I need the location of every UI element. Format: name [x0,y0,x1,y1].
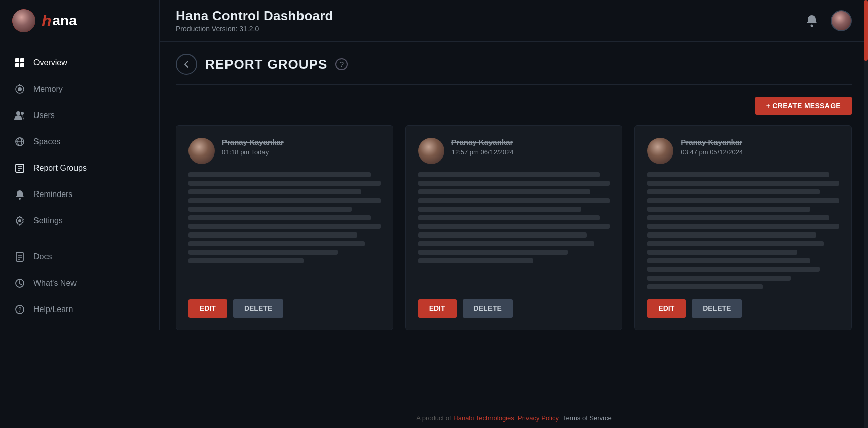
card-header-3: Pranay Kayankar 03:47 pm 05/12/2024 [647,138,839,164]
card-avatar-3 [647,138,673,164]
footer-company-link[interactable]: Hanabi Technologies [453,414,514,422]
text-line [647,207,810,212]
text-line [647,267,820,272]
text-line [418,207,581,212]
sidebar-item-label: Reminders [33,190,72,199]
logo-avatar [12,9,35,32]
sidebar-item-label: Spaces [33,137,60,146]
svg-point-7 [16,111,20,115]
svg-point-4 [18,87,22,91]
sidebar-item-memory[interactable]: Memory [0,76,159,102]
sidebar-item-spaces[interactable]: Spaces [0,129,159,154]
svg-point-8 [21,112,24,115]
delete-button-3[interactable]: DELETE [692,299,742,318]
sidebar-item-users[interactable]: Users [0,103,159,128]
card-timestamp-3: 03:47 pm 05/12/2024 [681,148,743,156]
sidebar-item-help-learn[interactable]: ? Help/Learn [0,297,159,322]
reminders-icon [14,189,25,200]
text-line [647,224,839,229]
user-avatar-button[interactable] [831,10,852,31]
sidebar-item-label: Settings [33,216,63,225]
text-line [188,181,381,186]
card-author-info-2: Pranay Kayankar 12:57 pm 06/12/2024 [451,138,514,156]
text-line [647,189,820,194]
text-line [188,250,338,255]
create-message-button[interactable]: + CREATE MESSAGE [755,97,852,115]
text-line [647,258,810,263]
page-title: REPORT GROUPS [205,57,327,72]
svg-rect-3 [20,63,24,67]
report-card-3: Pranay Kayankar 03:47 pm 05/12/2024 [634,125,852,330]
text-line [188,172,371,177]
sidebar-item-label: What's New [33,279,77,288]
scrollbar-thumb[interactable] [864,42,868,61]
users-icon [14,110,25,121]
card-body-2 [418,172,610,289]
overview-icon [14,57,25,68]
nav-divider [8,239,151,239]
text-line [418,224,610,229]
text-line [418,232,587,238]
card-actions-1: EDIT DELETE [188,299,381,318]
sidebar-item-report-groups[interactable]: Report Groups [0,155,159,181]
dashboard-title: Hana Control Dashboard [176,8,333,24]
edit-button-2[interactable]: EDIT [418,299,457,318]
sidebar-item-overview[interactable]: Overview [0,50,159,75]
notifications-button[interactable] [803,12,820,29]
header-right [803,10,852,31]
text-line [418,215,600,220]
sidebar-item-whats-new[interactable]: What's New [0,270,159,296]
help-icon: ? [14,304,25,315]
text-line [647,250,797,255]
svg-rect-18 [16,252,23,261]
card-author-name-3: Pranay Kayankar [681,138,743,146]
card-actions-2: EDIT DELETE [418,299,610,318]
text-line [188,258,304,263]
edit-button-3[interactable]: EDIT [647,299,686,318]
text-line [647,284,762,289]
edit-button-1[interactable]: EDIT [188,299,227,318]
text-line [418,189,591,194]
text-line [647,232,816,238]
delete-button-1[interactable]: DELETE [233,299,283,318]
text-line [188,224,381,229]
whats-new-icon [14,278,25,289]
sidebar-item-reminders[interactable]: Reminders [0,182,159,207]
page-help-icon[interactable]: ? [335,58,348,70]
card-author-name-1: Pranay Kayankar [222,138,284,146]
sidebar-item-settings[interactable]: Settings [0,208,159,234]
delete-button-2[interactable]: DELETE [463,299,513,318]
card-header-1: Pranay Kayankar 01:18 pm Today [188,138,381,164]
logo-h-letter: h [42,12,52,30]
footer-terms-link[interactable]: Terms of Service [562,414,612,422]
back-button[interactable] [176,54,197,75]
header: Hana Control Dashboard Production Versio… [160,0,868,42]
sidebar-item-label: Memory [33,85,63,94]
card-timestamp-2: 12:57 pm 06/12/2024 [451,148,514,156]
sidebar: h ana Overview [0,0,160,330]
svg-point-25 [811,24,813,27]
sidebar-item-label: Docs [33,252,52,261]
svg-text:?: ? [18,306,21,313]
card-body-1 [188,172,381,289]
text-line [647,215,829,220]
memory-icon [14,84,25,95]
text-line [647,181,839,186]
text-line [188,198,381,203]
card-body-3 [647,172,839,289]
logo-text: h ana [42,12,77,30]
text-line [647,198,839,203]
text-line [418,181,610,186]
report-groups-icon [14,163,25,174]
card-author-info-3: Pranay Kayankar 03:47 pm 05/12/2024 [681,138,743,156]
text-line [647,172,829,177]
text-line [418,241,594,246]
logo-area: h ana [0,0,159,42]
spaces-icon [14,136,25,147]
footer-privacy-link[interactable]: Privacy Policy [518,414,559,422]
text-line [418,198,610,203]
card-avatar-1 [188,138,215,164]
logo-avatar-image [12,9,35,32]
card-author-info-1: Pranay Kayankar 01:18 pm Today [222,138,284,156]
sidebar-item-docs[interactable]: Docs [0,244,159,269]
